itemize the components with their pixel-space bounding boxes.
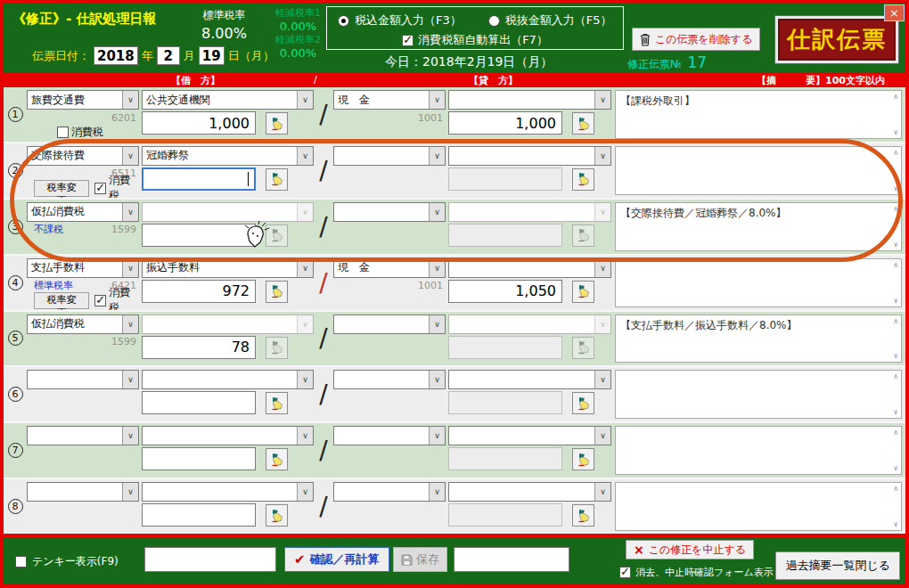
footer-left-input[interactable] xyxy=(144,547,276,572)
memo-input[interactable]: ∧ ∨ xyxy=(615,146,902,195)
tax-included-radio[interactable] xyxy=(338,15,349,27)
recalculate-button[interactable]: ✔ 確認／再計算 xyxy=(284,547,389,572)
scroll-down-icon[interactable]: ∨ xyxy=(893,128,898,136)
scroll-up-icon[interactable]: ∧ xyxy=(893,261,898,269)
debit-amount-input[interactable]: 78 xyxy=(142,336,256,359)
confirm-form-checkbox[interactable] xyxy=(619,567,631,578)
debit-tax-checkbox-box[interactable] xyxy=(94,183,106,194)
numpad-checkbox[interactable] xyxy=(15,556,27,568)
credit-amount-input[interactable]: 1,050 xyxy=(448,280,562,303)
debit-sub-select[interactable]: ∨ xyxy=(142,426,314,445)
credit-sub-select[interactable]: ∨ xyxy=(448,146,611,166)
debit-assist-button[interactable] xyxy=(266,392,288,414)
debit-assist-button[interactable] xyxy=(266,168,288,191)
debit-account-select[interactable]: 交際接待費 ∨ xyxy=(27,146,139,166)
rate-change-button[interactable]: 税率変更 xyxy=(34,292,89,309)
debit-amount-input[interactable]: 972 xyxy=(142,280,256,303)
debit-sub-select[interactable]: 振込手数料 ∨ xyxy=(142,258,314,278)
debit-account-select[interactable]: 支払手数料 ∨ xyxy=(27,258,139,278)
memo-input[interactable]: 【支払手数料／振込手数料／8.0%】 ∧ ∨ xyxy=(615,314,902,363)
year-input[interactable]: 2018 xyxy=(94,46,138,65)
scroll-down-icon[interactable]: ∨ xyxy=(893,408,898,416)
credit-assist-button[interactable] xyxy=(572,112,594,135)
scroll-up-icon[interactable]: ∧ xyxy=(893,429,898,437)
debit-account-select[interactable]: ∨ xyxy=(27,482,139,502)
tax-excluded-radio[interactable] xyxy=(488,15,500,27)
debit-assist-button[interactable] xyxy=(266,281,288,303)
debit-amount-input[interactable] xyxy=(142,447,256,470)
debit-amount-input[interactable]: 1,000 xyxy=(142,111,256,135)
debit-assist-button[interactable] xyxy=(266,504,288,527)
month-input[interactable]: 2 xyxy=(157,46,180,65)
debit-sub-select[interactable]: 公共交通機関 ∨ xyxy=(142,90,314,110)
scroll-down-icon[interactable]: ∨ xyxy=(893,352,898,360)
credit-account-select[interactable]: ∨ xyxy=(333,426,446,445)
debit-amount-input[interactable] xyxy=(142,167,256,191)
debit-sub-select[interactable]: 冠婚葬祭 ∨ xyxy=(142,146,314,166)
debit-amount-input[interactable] xyxy=(142,391,256,414)
debit-tax-checkbox-box[interactable] xyxy=(57,127,69,138)
credit-account-select[interactable]: ∨ xyxy=(333,482,446,502)
debit-tax-checkbox[interactable]: 消費税 xyxy=(57,125,103,140)
credit-account-select[interactable]: ∨ xyxy=(333,202,446,222)
close-button[interactable]: × xyxy=(884,4,905,21)
credit-sub-select[interactable]: ∨ xyxy=(448,258,611,278)
credit-sub-select[interactable]: ∨ xyxy=(448,426,611,445)
debit-account-select[interactable]: ∨ xyxy=(27,426,139,445)
debit-account-select[interactable]: 仮払消費税 ∨ xyxy=(27,314,139,334)
credit-sub-select[interactable]: ∨ xyxy=(448,482,611,502)
scroll-up-icon[interactable]: ∧ xyxy=(893,93,898,101)
credit-account-select[interactable]: ∨ xyxy=(333,314,446,334)
abort-edit-button[interactable]: × この修正を中止する xyxy=(626,540,754,559)
debit-account-select[interactable]: 仮払消費税 ∨ xyxy=(27,202,139,222)
delete-voucher-button[interactable]: この伝票を削除する xyxy=(632,28,760,51)
memo-input[interactable]: ∧ ∨ xyxy=(615,482,902,531)
debit-account-select[interactable]: ∨ xyxy=(27,370,139,389)
scroll-up-icon[interactable]: ∧ xyxy=(893,372,898,380)
credit-assist-button[interactable] xyxy=(572,504,594,527)
debit-amount-input[interactable] xyxy=(142,503,256,527)
scroll-down-icon[interactable]: ∨ xyxy=(893,520,898,528)
numpad-toggle[interactable]: テンキー表示(F9) xyxy=(15,554,119,569)
journal-voucher-button[interactable]: 仕訳伝票 xyxy=(775,16,898,63)
voucher-number-value: 17 xyxy=(687,53,707,71)
memo-input[interactable]: ∧ ∨ xyxy=(615,370,902,419)
credit-assist-button[interactable] xyxy=(572,281,594,303)
credit-assist-button[interactable] xyxy=(572,392,594,414)
credit-assist-button[interactable] xyxy=(572,168,594,191)
scroll-down-icon[interactable]: ∨ xyxy=(893,184,898,192)
credit-amount-input[interactable]: 1,000 xyxy=(448,111,562,135)
credit-sub-select[interactable]: ∨ xyxy=(448,370,611,389)
debit-amount-input[interactable] xyxy=(142,224,256,247)
credit-account-select[interactable]: ∨ xyxy=(333,146,446,166)
debit-sub-select[interactable]: ∨ xyxy=(142,482,314,502)
auto-tax-checkbox[interactable] xyxy=(402,35,414,46)
debit-assist-button[interactable] xyxy=(266,112,288,135)
credit-account-select[interactable]: ∨ xyxy=(333,370,446,389)
memo-input[interactable]: 【交際接待費／冠婚葬祭／8.0%】 ∧ ∨ xyxy=(615,202,902,251)
column-header-bar: 【借 方】 / 【貸 方】 【摘 要】100文字以内 xyxy=(4,73,905,87)
scroll-up-icon[interactable]: ∧ xyxy=(893,485,898,493)
credit-account-select[interactable]: 現 金 ∨ xyxy=(333,258,446,278)
credit-account-select[interactable]: 現 金 ∨ xyxy=(333,90,446,110)
debit-sub-select[interactable]: ∨ xyxy=(142,370,314,389)
memo-input[interactable]: ∧ ∨ xyxy=(615,258,902,307)
debit-assist-button[interactable] xyxy=(266,448,288,470)
rate-change-button[interactable]: 税率変更 xyxy=(34,180,89,197)
scroll-up-icon[interactable]: ∧ xyxy=(893,317,898,325)
footer-right-input[interactable] xyxy=(454,547,569,572)
debit-tax-checkbox-box[interactable] xyxy=(94,295,106,306)
close-history-button[interactable]: 過去摘要一覧閉じる xyxy=(775,551,900,580)
scroll-up-icon[interactable]: ∧ xyxy=(893,149,898,157)
memo-input[interactable]: 【課税外取引】 ∧ ∨ xyxy=(615,90,902,139)
scroll-down-icon[interactable]: ∨ xyxy=(893,241,898,249)
credit-assist-button[interactable] xyxy=(572,448,594,470)
memo-input[interactable]: ∧ ∨ xyxy=(615,426,902,475)
debit-account-select[interactable]: 旅費交通費 ∨ xyxy=(27,90,139,110)
scroll-up-icon[interactable]: ∧ xyxy=(893,205,898,213)
scroll-down-icon[interactable]: ∨ xyxy=(893,297,898,305)
confirm-form-toggle[interactable]: 消去、中止時確認フォーム表示 xyxy=(619,566,774,579)
credit-sub-select[interactable]: ∨ xyxy=(448,90,611,110)
scroll-down-icon[interactable]: ∨ xyxy=(893,464,898,472)
day-input[interactable]: 19 xyxy=(199,46,225,65)
